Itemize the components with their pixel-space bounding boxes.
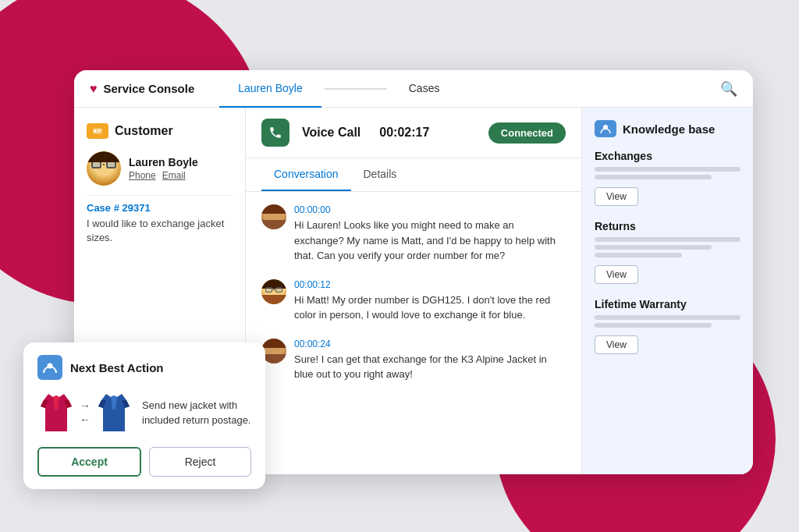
nba-title: Next Best Action [70,361,163,374]
nba-header: Next Best Action [37,355,251,380]
contact-links: Phone Email [129,170,198,181]
kb-line [595,237,740,242]
kb-warranty-view[interactable]: View [595,335,638,354]
kb-line [595,253,682,257]
console-title: Service Console [104,82,195,95]
message-time-3: 00:00:24 [294,339,566,349]
customer-label: Customer [115,124,173,138]
tab-details[interactable]: Details [351,158,410,191]
kb-section-exchanges: Exchanges View [595,150,740,206]
kb-title: Knowledge base [623,122,715,136]
kb-exchanges-view[interactable]: View [595,187,638,206]
voice-call-bar: Voice Call 00:02:17 Connected [246,108,581,158]
customer-info: Lauren Boyle Phone Email [129,156,198,181]
svg-point-2 [94,129,97,133]
kb-warranty-title: Lifetime Warranty [595,298,740,310]
nba-card: Next Best Action → ← [23,342,265,489]
message-text-3: Sure! I can get that exchange for the K3… [294,352,566,382]
swap-arrows: → ← [80,399,91,426]
connected-badge: Connected [488,122,566,144]
call-timer: 00:02:17 [379,126,429,140]
message-row: 00:00:24 Sure! I can get that exchange f… [261,339,566,382]
right-panel: Knowledge base Exchanges View Returns Vi… [581,108,753,474]
message-time-1: 00:00:00 [294,204,566,215]
kb-line [595,167,740,172]
kb-header: Knowledge base [595,120,740,137]
phone-link[interactable]: Phone [129,170,156,181]
red-jacket [37,391,75,434]
nba-buttons: Accept Reject [37,447,251,477]
customer-card: Lauren Boyle Phone Email [87,151,233,186]
blue-jacket [95,391,133,434]
voice-call-label: Voice Call [302,126,360,140]
kb-exchanges-title: Exchanges [595,150,740,162]
top-bar-tabs: Lauren Boyle Cases [219,70,720,108]
conversation-tabs: Conversation Details [246,158,581,192]
nba-content: → ← Send new jacket with included return… [37,391,251,434]
customer-avatar-2 [261,279,286,304]
kb-returns-view[interactable]: View [595,265,638,284]
svg-rect-3 [98,129,101,131]
customer-name: Lauren Boyle [129,156,198,168]
avatar [87,151,121,186]
kb-line [595,323,712,328]
nba-icon [37,355,62,380]
reject-button[interactable]: Reject [149,447,251,477]
case-info: Case # 29371 I would like to exchange ja… [87,195,233,245]
tab-lauren-boyle[interactable]: Lauren Boyle [219,70,321,108]
message-row: 00:00:12 Hi Matt! My order number is DGH… [261,279,566,323]
email-link[interactable]: Email [162,170,186,181]
phone-icon [261,119,289,147]
kb-section-returns: Returns View [595,220,740,284]
console-logo: ♥ Service Console [90,82,194,96]
kb-line [595,175,712,179]
message-text-1: Hi Lauren! Looks like you might need to … [294,218,566,264]
svg-rect-4 [98,132,100,133]
customer-icon [87,123,108,139]
messages-area: 00:00:00 Hi Lauren! Looks like you might… [246,192,581,474]
message-time-2: 00:00:12 [294,279,566,290]
case-number: Case # 29371 [87,202,233,214]
tab-cases[interactable]: Cases [390,70,459,108]
customer-section-header: Customer [87,123,233,139]
message-content-1: 00:00:00 Hi Lauren! Looks like you might… [294,204,566,264]
center-panel: Voice Call 00:02:17 Connected Conversati… [246,108,581,474]
kb-icon [595,120,616,137]
kb-returns-title: Returns [595,220,740,232]
tab-divider [325,88,387,90]
jacket-swap: → ← [37,391,133,434]
kb-line [595,315,740,320]
message-content-2: 00:00:12 Hi Matt! My order number is DGH… [294,279,566,323]
case-description: I would like to exchange jacket sizes. [87,217,233,245]
agent-avatar-1 [261,204,286,229]
kb-line [595,245,712,250]
accept-button[interactable]: Accept [37,447,141,477]
top-bar: ♥ Service Console Lauren Boyle Cases 🔍 [74,70,753,108]
tab-conversation[interactable]: Conversation [261,158,351,191]
heart-icon: ♥ [90,82,98,96]
nba-description: Send new jacket with included return pos… [142,398,251,428]
kb-section-warranty: Lifetime Warranty View [595,298,740,354]
message-row: 00:00:00 Hi Lauren! Looks like you might… [261,204,566,264]
search-icon[interactable]: 🔍 [720,80,737,98]
message-text-2: Hi Matt! My order number is DGH125. I do… [294,293,566,323]
message-content-3: 00:00:24 Sure! I can get that exchange f… [294,339,566,382]
